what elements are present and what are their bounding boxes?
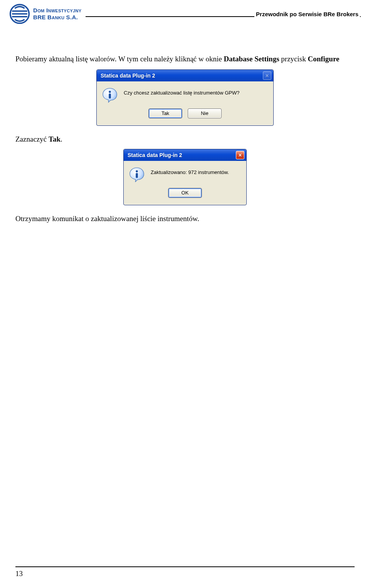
dialog1-close-button[interactable]: ×	[263, 71, 271, 80]
caption-2: Otrzymamy komunikat o zaktualizowanej li…	[15, 215, 355, 223]
dialog-update-result: Statica data Plug-in 2 × Zaktualizowano:…	[123, 149, 247, 205]
dialog2-close-button[interactable]: ×	[236, 151, 244, 159]
dialog1-buttons: Tak Nie	[97, 107, 273, 125]
content-area: Pobieramy aktualną listę walorów. W tym …	[0, 31, 370, 223]
dialog2-message: Zaktualizowano: 972 instrumentów.	[151, 167, 229, 175]
logo-line2: BRE Banku S.A.	[33, 14, 81, 21]
dialog1-title: Statica data Plug-in 2	[101, 73, 155, 79]
info-icon	[129, 167, 145, 182]
para1-text-c: przycisk	[279, 55, 308, 63]
dialog2-buttons: OK	[124, 186, 246, 205]
no-button[interactable]: Nie	[188, 108, 222, 118]
header-title: Przewodnik po Serwisie BRe Brokers	[254, 11, 360, 17]
logo-block: Dom Inwestycyjny BRE Banku S.A.	[9, 3, 81, 25]
dialog1-titlebar: Statica data Plug-in 2 ×	[97, 70, 273, 81]
dialog1-message: Czy chcesz zaktualizować listę instrumen…	[124, 88, 240, 96]
caption1-b: Tak	[49, 135, 61, 143]
dialog-confirm-update: Statica data Plug-in 2 × Czy chcesz zakt…	[96, 69, 274, 126]
caption1-a: Zaznaczyć	[15, 135, 49, 143]
dialog2-titlebar: Statica data Plug-in 2 ×	[124, 149, 246, 161]
ok-button[interactable]: OK	[168, 188, 202, 198]
page-header: Dom Inwestycyjny BRE Banku S.A. Przewodn…	[0, 0, 370, 31]
caption-1: Zaznaczyć Tak.	[15, 135, 355, 144]
para1-text-a: Pobieramy aktualną listę walorów. W tym …	[15, 55, 224, 63]
svg-point-4	[109, 91, 111, 93]
para1-bold-2: Configure	[308, 55, 339, 63]
logo-text: Dom Inwestycyjny BRE Banku S.A.	[33, 7, 81, 21]
dialog2-body: Zaktualizowano: 972 instrumentów.	[124, 161, 246, 186]
bre-logo-icon	[9, 3, 30, 24]
footer-rule	[15, 566, 355, 567]
svg-point-6	[136, 170, 138, 172]
intro-paragraph: Pobieramy aktualną listę walorów. W tym …	[15, 54, 355, 64]
para1-bold-1: Database Settings	[224, 55, 279, 63]
dialog2-title: Statica data Plug-in 2	[128, 152, 182, 158]
yes-button[interactable]: Tak	[148, 108, 182, 118]
close-icon: ×	[266, 73, 269, 78]
logo-line1: Dom Inwestycyjny	[33, 7, 81, 14]
caption1-c: .	[61, 135, 62, 143]
close-icon: ×	[239, 152, 242, 158]
page-footer: 13	[0, 566, 370, 578]
info-icon	[102, 88, 118, 103]
svg-rect-7	[136, 173, 138, 178]
svg-rect-5	[109, 93, 111, 98]
dialog1-body: Czy chcesz zaktualizować listę instrumen…	[97, 81, 273, 107]
page-number: 13	[15, 569, 355, 578]
